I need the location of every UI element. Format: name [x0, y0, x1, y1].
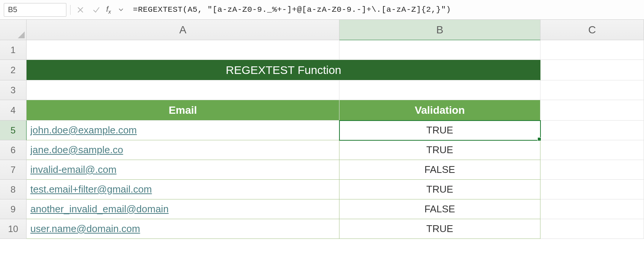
- spreadsheet: A B C 1 2 3 4 5 6 7 8 9 10: [0, 20, 644, 239]
- cell-c7[interactable]: [540, 160, 644, 180]
- cell-b10[interactable]: TRUE: [339, 219, 540, 239]
- row-header[interactable]: 9: [0, 199, 27, 219]
- cell-c8[interactable]: [540, 180, 644, 199]
- row-header[interactable]: 7: [0, 160, 27, 180]
- cell-c9[interactable]: [540, 199, 644, 219]
- fx-icon[interactable]: fx: [106, 5, 111, 15]
- email-link[interactable]: jane.doe@sample.co: [30, 144, 123, 156]
- email-link[interactable]: user.name@domain.com: [30, 223, 140, 235]
- header-email[interactable]: Email: [27, 100, 339, 121]
- formula-bar: B5 fx: [0, 0, 644, 20]
- cell-c2[interactable]: [540, 60, 644, 80]
- cell-a8[interactable]: test.email+filter@gmail.com: [27, 180, 339, 199]
- row-header[interactable]: 8: [0, 180, 27, 199]
- cell-c6[interactable]: [540, 140, 644, 160]
- cell-c4[interactable]: [540, 100, 644, 121]
- title-cell[interactable]: REGEXTEST Function: [27, 60, 540, 80]
- email-link[interactable]: another_invalid_email@domain: [30, 203, 169, 215]
- cell-b6[interactable]: TRUE: [339, 140, 540, 160]
- cell-c1[interactable]: [540, 40, 644, 60]
- cell-b3[interactable]: [339, 80, 540, 100]
- cell-b5[interactable]: TRUE: [339, 121, 540, 140]
- cell-c3[interactable]: [540, 80, 644, 100]
- column-header-b[interactable]: B: [339, 20, 540, 40]
- row-header[interactable]: 6: [0, 140, 27, 160]
- email-link[interactable]: john.doe@example.com: [30, 124, 137, 136]
- row-header[interactable]: 3: [0, 80, 27, 100]
- row-header[interactable]: 4: [0, 100, 27, 121]
- column-headers: A B C: [0, 20, 644, 40]
- formula-input[interactable]: [131, 3, 640, 17]
- cell-a9[interactable]: another_invalid_email@domain: [27, 199, 339, 219]
- cell-b7[interactable]: FALSE: [339, 160, 540, 180]
- cell-c10[interactable]: [540, 219, 644, 239]
- divider: [70, 5, 71, 15]
- row-header[interactable]: 10: [0, 219, 27, 239]
- column-header-a[interactable]: A: [27, 20, 339, 40]
- cell-a3[interactable]: [27, 80, 339, 100]
- cell-a6[interactable]: jane.doe@sample.co: [27, 140, 339, 160]
- expand-formula-icon[interactable]: [115, 4, 127, 16]
- select-all-corner[interactable]: [0, 20, 27, 40]
- name-box-value: B5: [8, 5, 17, 14]
- cell-a1[interactable]: [27, 40, 339, 60]
- cell-b8[interactable]: TRUE: [339, 180, 540, 199]
- row-header[interactable]: 5: [0, 121, 27, 140]
- grid: REGEXTEST Function Email Validation john…: [27, 40, 644, 239]
- email-link[interactable]: test.email+filter@gmail.com: [30, 184, 152, 195]
- cell-a5[interactable]: john.doe@example.com: [27, 121, 339, 140]
- column-header-c[interactable]: C: [540, 20, 644, 40]
- cancel-formula-icon[interactable]: [74, 4, 86, 16]
- accept-formula-icon[interactable]: [90, 4, 102, 16]
- title-text: REGEXTEST Function: [27, 60, 540, 80]
- cell-a10[interactable]: user.name@domain.com: [27, 219, 339, 239]
- cell-b1[interactable]: [339, 40, 540, 60]
- cell-a7[interactable]: invalid-email@.com: [27, 160, 339, 180]
- email-link[interactable]: invalid-email@.com: [30, 164, 116, 176]
- row-headers: 1 2 3 4 5 6 7 8 9 10: [0, 40, 27, 239]
- name-box[interactable]: B5: [4, 3, 66, 17]
- row-header[interactable]: 2: [0, 60, 27, 80]
- cell-b9[interactable]: FALSE: [339, 199, 540, 219]
- cell-c5[interactable]: [540, 121, 644, 140]
- row-header[interactable]: 1: [0, 40, 27, 60]
- header-validation[interactable]: Validation: [339, 100, 540, 121]
